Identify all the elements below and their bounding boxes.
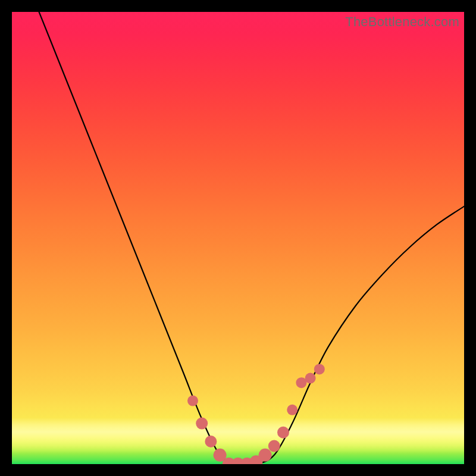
bead-marker (187, 396, 198, 406)
bead-marker (287, 405, 298, 415)
curve-line (39, 12, 464, 464)
plot-frame: TheBottleneck.com (12, 12, 464, 464)
bead-marker (314, 364, 325, 374)
bead-marker (268, 440, 280, 452)
chart-svg (12, 12, 464, 464)
bead-marker (196, 418, 208, 430)
bead-marker (259, 449, 272, 462)
watermark-text: TheBottleneck.com (345, 14, 459, 30)
bead-marker (277, 427, 289, 439)
bead-markers (187, 364, 325, 464)
bead-marker (205, 436, 217, 447)
bead-marker (305, 373, 316, 384)
